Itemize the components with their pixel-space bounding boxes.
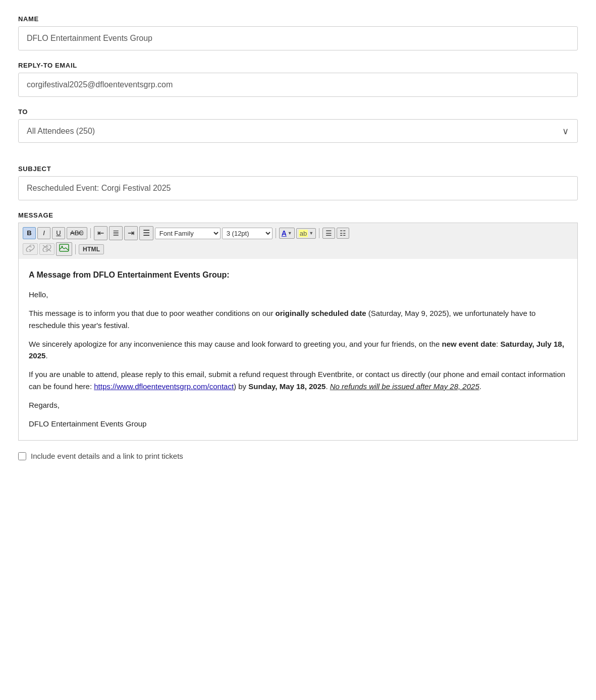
font-size-select[interactable]: 3 (12pt) <box>222 228 273 239</box>
ordered-list-button[interactable]: ☷ <box>337 228 349 239</box>
link-button[interactable] <box>23 243 38 255</box>
toolbar-separator-4 <box>75 244 76 254</box>
spacer <box>18 154 578 165</box>
subject-field-group: SUBJECT <box>18 165 578 200</box>
message-heading: A Message from DFLO Entertainment Events… <box>29 269 567 282</box>
align-right-button[interactable]: ⇥ <box>124 226 138 240</box>
highlight-color-button[interactable]: ab ▼ <box>296 228 316 239</box>
name-field-group: NAME <box>18 15 578 50</box>
message-para3: We sincerely apologize for any inconveni… <box>29 338 567 362</box>
message-para5: Regards, <box>29 399 567 411</box>
insert-image-button[interactable] <box>56 242 72 256</box>
reply-to-field-group: REPLY-TO EMAIL <box>18 62 578 97</box>
toolbar-row-2: HTML <box>23 242 573 256</box>
toolbar-separator-2 <box>276 228 276 238</box>
italic-button[interactable]: I <box>37 227 50 239</box>
toolbar-row-1: B I U ABC ⇤ ≣ ⇥ ☰ Font Family 3 (12pt) <box>23 226 573 240</box>
contact-link[interactable]: https://www.dfloenteventsgrp.com/contact <box>94 382 234 391</box>
highlight-color-icon: ab <box>299 230 308 237</box>
link-icon <box>26 245 35 252</box>
subject-input[interactable] <box>18 176 578 200</box>
name-label: NAME <box>18 15 578 23</box>
reply-to-input[interactable] <box>18 73 578 97</box>
align-center-button[interactable]: ≣ <box>109 226 123 240</box>
font-color-icon: A <box>282 229 287 237</box>
reply-to-label: REPLY-TO EMAIL <box>18 62 578 69</box>
font-color-dropdown-arrow: ▼ <box>288 231 292 236</box>
to-select[interactable]: All Attendees (250) <box>18 119 578 143</box>
message-label: MESSAGE <box>18 211 578 219</box>
font-color-button[interactable]: A ▼ <box>279 228 295 239</box>
toolbar-separator-3 <box>319 228 319 238</box>
underline-button[interactable]: U <box>52 227 65 239</box>
unlink-icon <box>42 245 51 252</box>
message-para4: If you are unable to attend, please repl… <box>29 368 567 392</box>
message-field-group: MESSAGE B I U ABC ⇤ ≣ ⇥ ☰ Font Family <box>18 211 578 441</box>
to-label: TO <box>18 108 578 116</box>
toolbar-separator-1 <box>90 228 91 238</box>
to-select-wrapper: All Attendees (250) ∨ <box>18 119 578 143</box>
include-event-label[interactable]: Include event details and a link to prin… <box>31 452 183 460</box>
message-toolbar: B I U ABC ⇤ ≣ ⇥ ☰ Font Family 3 (12pt) <box>18 223 578 259</box>
include-event-details-row: Include event details and a link to prin… <box>18 452 578 460</box>
font-family-select[interactable]: Font Family <box>155 228 221 239</box>
image-icon <box>59 244 69 253</box>
align-left-button[interactable]: ⇤ <box>94 226 107 240</box>
align-justify-button[interactable]: ☰ <box>139 226 153 240</box>
include-event-checkbox[interactable] <box>18 452 26 460</box>
strikethrough-button[interactable]: ABC <box>67 227 87 239</box>
to-field-group: TO All Attendees (250) ∨ <box>18 108 578 143</box>
bold-button[interactable]: B <box>23 227 36 239</box>
message-editor[interactable]: A Message from DFLO Entertainment Events… <box>18 259 578 441</box>
message-para6: DFLO Entertainment Events Group <box>29 418 567 429</box>
unlink-button[interactable] <box>39 243 55 255</box>
message-para1: Hello, <box>29 289 567 300</box>
unordered-list-button[interactable]: ☰ <box>322 228 335 239</box>
subject-label: SUBJECT <box>18 165 578 173</box>
message-para2: This message is to inform you that due t… <box>29 307 567 331</box>
name-input[interactable] <box>18 26 578 50</box>
html-button[interactable]: HTML <box>79 244 104 254</box>
highlight-dropdown-arrow: ▼ <box>309 231 313 236</box>
